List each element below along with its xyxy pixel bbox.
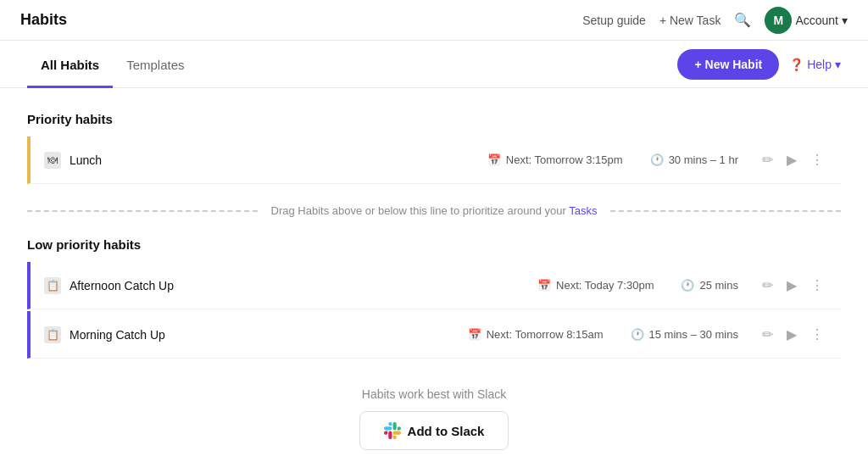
habit-next-time: 📅 Next: Tomorrow 3:15pm <box>487 153 623 166</box>
setup-guide-link[interactable]: Setup guide <box>582 14 646 27</box>
habit-actions: ✏ ▶ ⋮ <box>759 148 827 171</box>
add-to-slack-button[interactable]: Add to Slack <box>359 411 509 450</box>
habit-duration: 🕐 15 mins – 30 mins <box>631 328 739 341</box>
habit-name: Lunch <box>70 153 487 167</box>
habit-name: Afternoon Catch Up <box>70 279 537 292</box>
edit-habit-button[interactable]: ✏ <box>759 323 776 346</box>
play-habit-button[interactable]: ▶ <box>783 274 800 297</box>
avatar: M <box>765 7 792 34</box>
calendar-icon: 📅 <box>468 328 481 341</box>
priority-divider: Drag Habits above or below this line to … <box>27 204 841 217</box>
habit-next-time: 📅 Next: Today 7:30pm <box>537 279 654 292</box>
new-task-button[interactable]: + New Task <box>659 14 721 27</box>
habit-meta: 📅 Next: Tomorrow 3:15pm 🕐 30 mins – 1 hr <box>487 153 738 166</box>
divider-line-right <box>610 210 841 212</box>
tab-bar: All Habits Templates + New Habit ❓ Help … <box>0 41 868 88</box>
habit-name: Morning Catch Up <box>70 328 468 342</box>
low-priority-section-title: Low priority habits <box>27 237 841 252</box>
tab-all-habits[interactable]: All Habits <box>27 41 113 88</box>
help-button[interactable]: ❓ Help ▾ <box>789 58 841 71</box>
habit-row: 📋 Morning Catch Up 📅 Next: Tomorrow 8:15… <box>27 311 841 359</box>
slack-section: Habits work best with Slack Add to Slack <box>27 360 841 462</box>
habit-next-time: 📅 Next: Tomorrow 8:15am <box>468 328 604 341</box>
clock-icon: 🕐 <box>631 328 644 341</box>
habit-duration: 🕐 25 mins <box>681 279 738 292</box>
tasks-link[interactable]: Tasks <box>569 204 597 217</box>
play-habit-button[interactable]: ▶ <box>783 148 800 171</box>
account-menu[interactable]: M Account ▾ <box>765 7 848 34</box>
priority-habits-section: Priority habits 🍽 Lunch 📅 Next: Tomorrow… <box>27 112 841 184</box>
app-title: Habits <box>20 11 582 29</box>
divider-line-left <box>27 210 258 212</box>
priority-habits-list: 🍽 Lunch 📅 Next: Tomorrow 3:15pm 🕐 30 min… <box>27 136 841 184</box>
account-dropdown-arrow: ▾ <box>842 14 848 27</box>
more-options-button[interactable]: ⋮ <box>807 323 827 346</box>
calendar-icon: 📅 <box>487 153 501 166</box>
clock-icon: 🕐 <box>650 153 664 166</box>
habit-icon: 📋 <box>44 277 61 294</box>
new-habit-button[interactable]: + New Habit <box>677 49 779 80</box>
more-options-button[interactable]: ⋮ <box>807 148 827 171</box>
play-habit-button[interactable]: ▶ <box>783 323 800 346</box>
divider-message: Drag Habits above or below this line to … <box>271 204 570 217</box>
tab-templates[interactable]: Templates <box>113 41 198 88</box>
edit-habit-button[interactable]: ✏ <box>759 274 776 297</box>
top-navigation: Habits Setup guide + New Task 🔍 M Accoun… <box>0 0 868 41</box>
habit-icon: 🍽 <box>44 152 61 169</box>
more-options-button[interactable]: ⋮ <box>807 274 827 297</box>
slack-logo-icon <box>384 422 401 439</box>
low-priority-habits-section: Low priority habits 📋 Afternoon Catch Up… <box>27 237 841 359</box>
habit-actions: ✏ ▶ ⋮ <box>759 323 827 346</box>
habit-duration: 🕐 30 mins – 1 hr <box>650 153 738 166</box>
tab-bar-actions: + New Habit ❓ Help ▾ <box>677 49 841 80</box>
slack-btn-label: Add to Slack <box>408 424 485 438</box>
account-label: Account <box>795 14 838 27</box>
edit-habit-button[interactable]: ✏ <box>759 148 776 171</box>
habit-row: 🍽 Lunch 📅 Next: Tomorrow 3:15pm 🕐 30 min… <box>27 136 841 184</box>
main-container: All Habits Templates + New Habit ❓ Help … <box>0 41 868 462</box>
habit-actions: ✏ ▶ ⋮ <box>759 274 827 297</box>
habit-meta: 📅 Next: Tomorrow 8:15am 🕐 15 mins – 30 m… <box>468 328 738 341</box>
habit-meta: 📅 Next: Today 7:30pm 🕐 25 mins <box>537 279 738 292</box>
help-label: Help <box>807 58 832 71</box>
search-icon[interactable]: 🔍 <box>734 12 751 28</box>
tabs: All Habits Templates <box>27 41 677 87</box>
clock-icon: 🕐 <box>681 279 694 292</box>
nav-actions: Setup guide + New Task 🔍 M Account ▾ <box>582 7 848 34</box>
habit-icon: 📋 <box>44 326 61 343</box>
content-area: Priority habits 🍽 Lunch 📅 Next: Tomorrow… <box>0 88 868 462</box>
calendar-icon: 📅 <box>537 279 551 292</box>
priority-section-title: Priority habits <box>27 112 841 126</box>
slack-text: Habits work best with Slack <box>27 387 841 401</box>
help-dropdown-arrow: ▾ <box>835 58 841 71</box>
habit-row: 📋 Afternoon Catch Up 📅 Next: Today 7:30p… <box>27 262 841 309</box>
divider-text: Drag Habits above or below this line to … <box>258 204 611 217</box>
question-icon: ❓ <box>789 58 804 71</box>
low-habits-list: 📋 Afternoon Catch Up 📅 Next: Today 7:30p… <box>27 262 841 359</box>
